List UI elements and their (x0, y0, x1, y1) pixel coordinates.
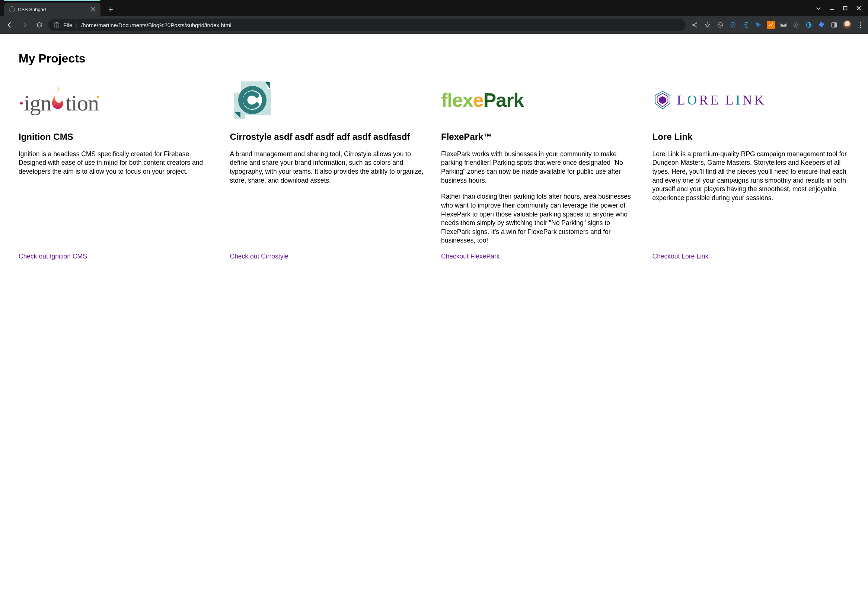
project-card: Cirrostyle asdf asdf asdf adf asdf asdfa… (230, 76, 427, 260)
chrome-menu-button[interactable] (856, 21, 864, 29)
back-button[interactable] (4, 19, 16, 31)
url-path: /home/martine/Documents/Blog%20Posts/sub… (81, 22, 232, 28)
project-title: FlexePark™ (441, 132, 638, 143)
svg-rect-8 (743, 22, 748, 27)
svg-point-6 (696, 26, 697, 27)
svg-point-9 (795, 24, 797, 26)
url-scheme: File (63, 22, 72, 28)
project-description: A brand management and sharing tool, Cir… (230, 150, 427, 245)
project-description: FlexePark works with businesses in your … (441, 150, 638, 245)
project-card: ·ign tion• Ignition CMS Ignition is a he… (19, 76, 216, 260)
new-tab-button[interactable] (106, 4, 116, 15)
projects-grid: ·ign tion• Ignition CMS Ignition is a he… (19, 76, 849, 260)
svg-rect-12 (835, 23, 837, 27)
extension-icon[interactable] (805, 21, 813, 29)
project-link[interactable]: Check out Cirrostyle (230, 252, 427, 260)
share-icon[interactable] (691, 21, 699, 29)
extension-icon[interactable] (779, 21, 788, 29)
project-title: Cirrostyle asdf asdf asdf adf asdf asdfa… (230, 132, 427, 143)
project-description: Ignition is a headless CMS specifically … (19, 150, 216, 245)
project-link[interactable]: Checkout FlexePark (441, 252, 638, 260)
extensions-menu-icon[interactable] (817, 21, 826, 29)
extension-icon[interactable] (767, 21, 775, 29)
side-panel-icon[interactable] (830, 21, 838, 29)
svg-point-15 (258, 99, 261, 101)
svg-rect-3 (56, 25, 57, 27)
svg-rect-0 (844, 6, 847, 10)
page-viewport[interactable]: My Projects ·ign tion• (0, 34, 868, 597)
close-window-button[interactable] (855, 5, 862, 12)
svg-point-5 (696, 23, 697, 24)
reload-button[interactable] (33, 19, 45, 31)
forward-button[interactable] (19, 19, 31, 31)
globe-icon (9, 6, 15, 12)
project-logo (230, 76, 427, 124)
bookmark-icon[interactable] (703, 21, 712, 29)
project-logo: flexePark (441, 76, 638, 124)
extension-icon[interactable] (792, 21, 800, 29)
close-tab-button[interactable] (90, 6, 96, 12)
svg-point-4 (693, 24, 694, 25)
maximize-button[interactable] (842, 5, 849, 12)
project-title: Lore Link (652, 132, 850, 143)
extension-icon[interactable] (729, 21, 737, 29)
page-heading: My Projects (19, 52, 849, 65)
window-controls (815, 0, 868, 16)
address-bar[interactable]: File | /home/martine/Documents/Blog%20Po… (48, 19, 686, 31)
project-link[interactable]: Check out Ignition CMS (19, 252, 216, 260)
extension-icon[interactable] (741, 21, 750, 29)
extension-icon[interactable] (716, 21, 724, 29)
profile-avatar[interactable] (843, 21, 852, 30)
svg-point-2 (56, 24, 57, 24)
extension-icon[interactable] (754, 21, 762, 29)
minimize-button[interactable] (829, 5, 835, 12)
project-link[interactable]: Checkout Lore Link (652, 252, 850, 260)
browser-window: CSS Subgrid (0, 0, 868, 597)
extensions-area (689, 21, 864, 30)
project-description: Lore Link is a premium-quality RPG campa… (652, 150, 850, 245)
site-info-icon[interactable] (54, 22, 60, 28)
tab-title: CSS Subgrid (18, 7, 87, 12)
project-card: flexePark FlexePark™ FlexePark works wit… (441, 76, 638, 260)
titlebar: CSS Subgrid (0, 0, 868, 16)
page-content: My Projects ·ign tion• (0, 34, 868, 275)
project-card: LORE LINK Lore Link Lore Link is a premi… (652, 76, 850, 260)
tabs-dropdown-button[interactable] (815, 5, 822, 12)
project-logo: LORE LINK (652, 76, 850, 124)
project-logo: ·ign tion• (19, 76, 216, 124)
project-title: Ignition CMS (19, 132, 216, 143)
toolbar: File | /home/martine/Documents/Blog%20Po… (0, 16, 868, 34)
browser-tab[interactable]: CSS Subgrid (4, 3, 100, 16)
